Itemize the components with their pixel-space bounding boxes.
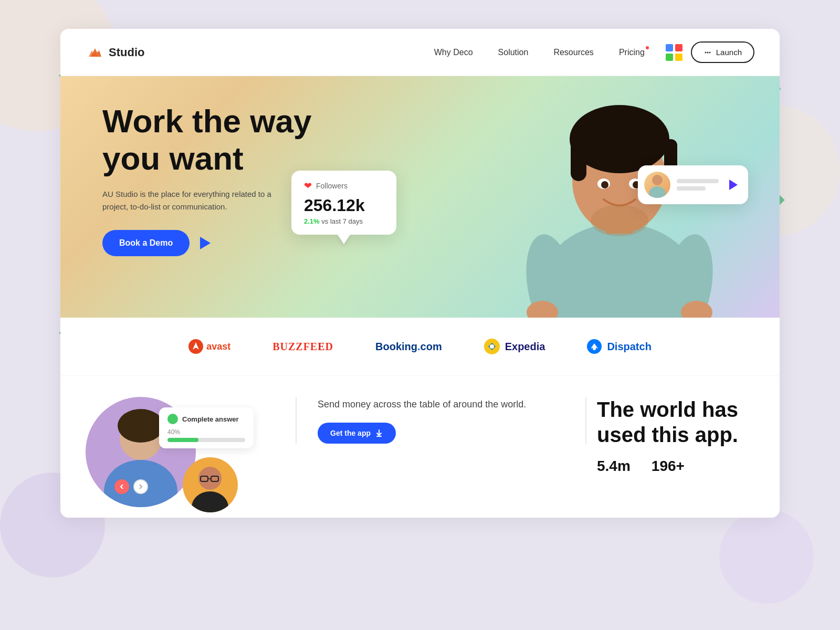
send-money-text: Send money across the table of around th… bbox=[318, 397, 564, 412]
answer-dot bbox=[167, 414, 178, 424]
svg-point-27 bbox=[490, 344, 494, 349]
svg-point-20 bbox=[591, 205, 648, 236]
svg-rect-14 bbox=[571, 139, 586, 181]
bottom-left-section: Complete answer 40% bbox=[86, 397, 285, 497]
stat-countries: 196+ bbox=[652, 458, 685, 475]
stat-users: 5.4m bbox=[597, 458, 631, 475]
hero-title: Work the way you want bbox=[102, 102, 365, 177]
progress-pct: 40% bbox=[167, 428, 245, 436]
progress-bar-bg bbox=[167, 438, 245, 442]
download-icon bbox=[375, 429, 383, 437]
progress-bar-fill bbox=[167, 438, 198, 442]
followers-label: Followers bbox=[316, 182, 348, 190]
card-arrow bbox=[338, 235, 350, 244]
launch-button[interactable]: Launch bbox=[691, 41, 754, 63]
bottom-section: Complete answer 40% bbox=[60, 375, 780, 518]
expedia-label: Expedia bbox=[505, 341, 545, 353]
nav-solution[interactable]: Solution bbox=[498, 48, 529, 57]
nav-right-icon bbox=[138, 484, 144, 490]
play-button[interactable] bbox=[200, 237, 211, 249]
svg-rect-38 bbox=[376, 436, 382, 437]
buzzfeed-label: BuzzFeed bbox=[272, 340, 333, 353]
followers-change-label: vs last 7 days bbox=[321, 217, 363, 225]
palette-icon[interactable] bbox=[666, 44, 682, 61]
book-demo-button[interactable]: Book a Demo bbox=[102, 230, 190, 256]
booking-label: Booking.com bbox=[375, 341, 442, 353]
answer-text: Complete answer bbox=[182, 415, 239, 423]
followers-count: 256.12k bbox=[304, 196, 384, 215]
navbar: Studio Why Deco Solution Resources Prici… bbox=[60, 29, 780, 76]
get-app-button[interactable]: Get the app bbox=[318, 423, 396, 444]
avast-label: avast bbox=[206, 341, 230, 352]
logo[interactable]: Studio bbox=[86, 43, 144, 62]
hero-section: Work the way you want AU Studio is the p… bbox=[60, 76, 780, 318]
avatar-line-2 bbox=[677, 186, 706, 191]
dispatch-label: Dispatch bbox=[607, 341, 651, 353]
brand-booking: Booking.com bbox=[375, 341, 442, 353]
hero-background: Work the way you want AU Studio is the p… bbox=[60, 76, 780, 318]
launch-icon bbox=[704, 48, 712, 57]
logo-text: Studio bbox=[109, 46, 144, 59]
nav-why-deco[interactable]: Why Deco bbox=[434, 48, 473, 57]
nav-left-icon bbox=[119, 484, 125, 490]
svg-rect-3 bbox=[666, 54, 673, 61]
svg-rect-2 bbox=[675, 44, 682, 51]
answer-card: Complete answer 40% bbox=[159, 407, 254, 448]
logo-icon bbox=[86, 43, 104, 62]
followers-change: 2.1% vs last 7 days bbox=[304, 217, 384, 225]
svg-rect-4 bbox=[675, 54, 682, 61]
followers-pct: 2.1% bbox=[304, 217, 320, 225]
bg-decoration-4 bbox=[719, 509, 814, 604]
nav-resources[interactable]: Resources bbox=[553, 48, 593, 57]
svg-point-5 bbox=[705, 51, 706, 53]
person2-svg bbox=[183, 457, 238, 512]
nav-pricing[interactable]: Pricing bbox=[619, 48, 645, 57]
world-title: The world has used this app. bbox=[597, 397, 754, 447]
nav-actions: Launch bbox=[666, 41, 754, 63]
expedia-icon bbox=[484, 339, 500, 354]
avatar-circle bbox=[644, 172, 670, 198]
followers-card: ❤ Followers 256.12k 2.1% vs last 7 days bbox=[291, 171, 396, 235]
heart-icon: ❤ bbox=[304, 180, 312, 192]
hero-subtitle: AU Studio is the place for everything re… bbox=[102, 188, 291, 213]
svg-point-32 bbox=[118, 409, 164, 443]
launch-label: Launch bbox=[716, 48, 742, 57]
bottom-right-section: The world has used this app. 5.4m 196+ bbox=[597, 397, 754, 475]
avatar-image bbox=[644, 172, 670, 198]
nav-dot-2[interactable] bbox=[133, 479, 148, 494]
bottom-middle-section: Send money across the table of around th… bbox=[296, 397, 586, 444]
brand-avast: avast bbox=[188, 339, 230, 354]
nav-dots bbox=[114, 479, 148, 494]
svg-point-18 bbox=[601, 181, 608, 188]
avatar-card bbox=[638, 165, 748, 204]
svg-rect-1 bbox=[666, 44, 673, 51]
brands-section: avast BuzzFeed Booking.com Expedia bbox=[60, 318, 780, 375]
stats-row: 5.4m 196+ bbox=[597, 458, 754, 475]
main-container: Studio Why Deco Solution Resources Prici… bbox=[60, 29, 780, 518]
svg-point-8 bbox=[652, 175, 663, 185]
brand-dispatch: Dispatch bbox=[587, 339, 651, 354]
brand-expedia: Expedia bbox=[484, 339, 545, 354]
svg-point-6 bbox=[707, 51, 708, 53]
get-app-label: Get the app bbox=[330, 429, 371, 437]
brand-buzzfeed: BuzzFeed bbox=[272, 340, 333, 353]
nav-dot-1[interactable] bbox=[114, 479, 129, 494]
svg-point-29 bbox=[593, 347, 596, 350]
avast-icon bbox=[188, 339, 203, 354]
answer-label: Complete answer bbox=[167, 414, 245, 424]
followers-header: ❤ Followers bbox=[304, 180, 384, 192]
svg-point-7 bbox=[709, 51, 710, 53]
avatar-lines bbox=[677, 179, 719, 191]
nav-links: Why Deco Solution Resources Pricing bbox=[434, 48, 645, 57]
dispatch-icon bbox=[587, 339, 602, 354]
svg-point-9 bbox=[649, 186, 666, 198]
avatar-line-1 bbox=[677, 179, 719, 183]
person-circle-2 bbox=[183, 457, 238, 512]
avatar-play-icon[interactable] bbox=[729, 180, 738, 190]
svg-point-34 bbox=[192, 491, 228, 512]
